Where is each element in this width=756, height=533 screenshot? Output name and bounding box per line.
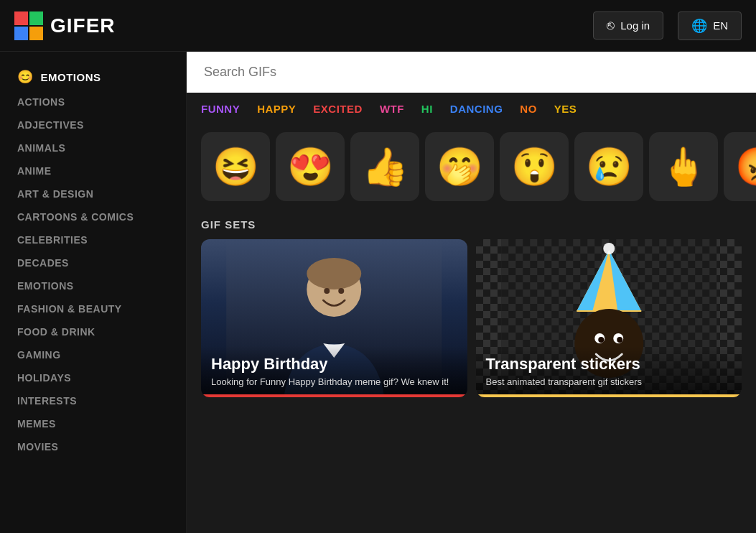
emoji-card-angry[interactable]: 😡 bbox=[724, 132, 756, 201]
lang-label: EN bbox=[713, 19, 728, 32]
tags-row: FUNNY HAPPY EXCITED WTF HI DANCING NO YE… bbox=[187, 93, 756, 125]
sidebar-item-animals[interactable]: ANIMALS bbox=[0, 136, 186, 159]
sidebar-item-interests[interactable]: INTERESTS bbox=[0, 389, 186, 412]
logo-area: GIFER bbox=[14, 11, 116, 40]
tag-dancing[interactable]: DANCING bbox=[450, 103, 503, 115]
svg-point-18 bbox=[603, 243, 615, 254]
search-bar-container bbox=[187, 52, 756, 93]
gif-card-2-bar bbox=[476, 394, 742, 397]
emoji-card-thumbsup[interactable]: 👍 bbox=[350, 132, 419, 201]
sidebar-item-adjectives[interactable]: ADJECTIVES bbox=[0, 113, 186, 136]
sidebar-item-fashion-beauty[interactable]: FASHION & BEAUTY bbox=[0, 297, 186, 320]
sidebar-item-art-design[interactable]: ART & DESIGN bbox=[0, 182, 186, 205]
emoji-card-heart-eyes[interactable]: 😍 bbox=[276, 132, 345, 201]
tag-no[interactable]: NO bbox=[520, 103, 537, 115]
tag-funny[interactable]: FUNNY bbox=[201, 103, 240, 115]
svg-rect-3 bbox=[29, 27, 43, 40]
globe-icon: 🌐 bbox=[691, 18, 707, 34]
emoji-heart-eyes: 😍 bbox=[287, 145, 334, 189]
tag-excited[interactable]: EXCITED bbox=[313, 103, 363, 115]
emoji-shocked: 😲 bbox=[511, 145, 558, 189]
login-icon: ⎋ bbox=[607, 18, 615, 33]
sidebar-item-emotions[interactable]: EMOTIONS bbox=[0, 274, 186, 297]
tag-happy[interactable]: HAPPY bbox=[257, 103, 296, 115]
sidebar-item-holidays[interactable]: HOLIDAYS bbox=[0, 366, 186, 389]
svg-rect-0 bbox=[14, 11, 28, 25]
tag-wtf[interactable]: WTF bbox=[380, 103, 404, 115]
gif-sets-label: GIF SETS bbox=[187, 213, 756, 239]
logo-icon bbox=[14, 11, 43, 40]
tag-hi[interactable]: HI bbox=[421, 103, 433, 115]
svg-point-22 bbox=[598, 337, 604, 343]
emoji-angry: 😡 bbox=[735, 145, 757, 189]
emoji-grid: 😆 😍 👍 🤭 😲 😢 🖕 😡 bbox=[187, 125, 756, 213]
sidebar-active-emotions[interactable]: 😊 EMOTIONS bbox=[0, 63, 186, 91]
login-button[interactable]: ⎋ Log in bbox=[593, 11, 663, 40]
svg-rect-2 bbox=[14, 27, 28, 40]
sidebar-item-anime[interactable]: ANIME bbox=[0, 159, 186, 182]
svg-point-6 bbox=[307, 258, 361, 289]
gif-card-2-subtitle: Best animated transparent gif stickers bbox=[486, 376, 732, 389]
emoji-card-middle-finger[interactable]: 🖕 bbox=[649, 132, 718, 201]
svg-point-8 bbox=[338, 288, 344, 294]
gif-card-happy-birthday[interactable]: Happy Birthday Looking for Funny Happy B… bbox=[201, 239, 467, 397]
logo-text: GIFER bbox=[50, 14, 116, 37]
sidebar-item-gaming[interactable]: GAMING bbox=[0, 343, 186, 366]
sidebar-item-actions[interactable]: ACTIONS bbox=[0, 91, 186, 113]
header: GIFER ⎋ Log in 🌐 EN bbox=[0, 0, 756, 52]
emoji-card-shocked[interactable]: 😲 bbox=[500, 132, 569, 201]
sidebar-item-memes[interactable]: MEMES bbox=[0, 412, 186, 435]
gif-card-1-title: Happy Birthday bbox=[211, 355, 457, 374]
emoji-laughing: 😆 bbox=[213, 145, 259, 189]
sidebar: 😊 EMOTIONS ACTIONS ADJECTIVES ANIMALS AN… bbox=[0, 52, 187, 533]
svg-point-23 bbox=[617, 337, 622, 343]
tag-yes[interactable]: YES bbox=[554, 103, 577, 115]
emoji-covering-mouth: 🤭 bbox=[437, 145, 483, 189]
gif-card-1-subtitle: Looking for Funny Happy Birthday meme gi… bbox=[211, 376, 457, 389]
sidebar-item-food-drink[interactable]: FOOD & DRINK bbox=[0, 320, 186, 343]
emoji-card-covering-mouth[interactable]: 🤭 bbox=[425, 132, 494, 201]
emoji-crying: 😢 bbox=[586, 145, 633, 189]
emoji-middle-finger: 🖕 bbox=[661, 145, 707, 189]
gif-card-1-bar bbox=[201, 394, 467, 397]
sidebar-item-movies[interactable]: MOVIES bbox=[0, 435, 186, 458]
sidebar-item-celebrities[interactable]: CELEBRITIES bbox=[0, 228, 186, 251]
gif-card-1-overlay: Happy Birthday Looking for Funny Happy B… bbox=[201, 346, 467, 397]
sidebar-item-decades[interactable]: DECADES bbox=[0, 251, 186, 274]
emotions-emoji-icon: 😊 bbox=[17, 69, 34, 85]
emoji-card-crying[interactable]: 😢 bbox=[574, 132, 643, 201]
gif-card-2-overlay: Transparent stickers Best animated trans… bbox=[476, 346, 742, 397]
emoji-thumbsup: 👍 bbox=[362, 145, 409, 189]
emoji-card-laughing[interactable]: 😆 bbox=[201, 132, 270, 201]
sidebar-active-label: EMOTIONS bbox=[41, 71, 101, 83]
search-input[interactable] bbox=[187, 52, 756, 93]
content-area: FUNNY HAPPY EXCITED WTF HI DANCING NO YE… bbox=[187, 52, 756, 533]
gif-card-transparent-stickers[interactable]: Transparent stickers Best animated trans… bbox=[476, 239, 742, 397]
svg-rect-1 bbox=[29, 11, 43, 25]
lang-button[interactable]: 🌐 EN bbox=[678, 11, 742, 40]
gif-card-2-title: Transparent stickers bbox=[486, 355, 732, 374]
main-layout: 😊 EMOTIONS ACTIONS ADJECTIVES ANIMALS AN… bbox=[0, 52, 756, 533]
svg-point-7 bbox=[324, 288, 330, 294]
gif-cards-row: Happy Birthday Looking for Funny Happy B… bbox=[187, 239, 756, 412]
sidebar-item-cartoons-comics[interactable]: CARTOONS & COMICS bbox=[0, 205, 186, 228]
login-label: Log in bbox=[620, 19, 650, 32]
